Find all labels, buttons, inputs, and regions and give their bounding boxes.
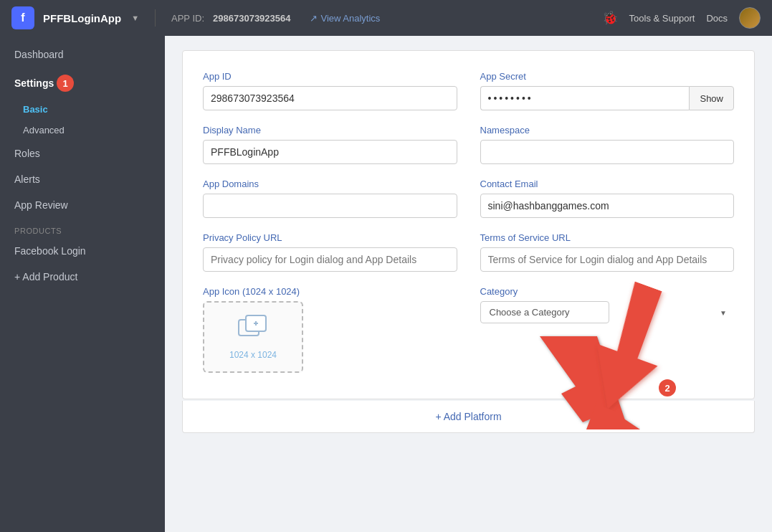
category-dropdown-wrapper: Choose a Category [480, 301, 735, 323]
app-secret-field-label: App Secret [480, 71, 735, 82]
app-secret-input[interactable] [480, 86, 690, 110]
add-product-label: + Add Product [14, 271, 77, 282]
products-section-label: PRODUCTS [0, 218, 165, 238]
settings-badge: 1 [57, 75, 74, 92]
settings-label: Settings [14, 77, 54, 89]
facebook-login-label: Facebook Login [14, 245, 86, 257]
contact-email-group: Contact Email [480, 179, 735, 218]
app-icon-upload[interactable]: 1024 x 1024 [203, 301, 303, 373]
app-icon-group: App Icon (1024 x 1024) 1024 x 1024 [203, 286, 457, 373]
dashboard-label: Dashboard [14, 49, 64, 60]
sidebar-item-facebook-login[interactable]: Facebook Login [0, 238, 165, 264]
app-domains-input[interactable] [203, 194, 457, 218]
app-secret-row: Show [480, 86, 735, 110]
avatar[interactable] [739, 7, 761, 29]
app-name: PFFBLoginApp [43, 12, 121, 24]
privacy-policy-input[interactable] [203, 247, 457, 272]
app-id-group: App ID [203, 71, 457, 110]
view-analytics-label: View Analytics [321, 13, 381, 24]
bottom-area: 2 + Add Platform [182, 401, 755, 433]
app-dropdown-icon[interactable]: ▼ [131, 14, 139, 22]
bug-icon[interactable]: 🐞 [602, 10, 618, 26]
tools-support-link[interactable]: Tools & Support [629, 13, 695, 24]
sidebar-item-app-review[interactable]: App Review [0, 192, 165, 218]
namespace-input[interactable] [480, 140, 735, 164]
contact-email-label: Contact Email [480, 179, 735, 189]
add-platform-label: + Add Platform [435, 411, 501, 422]
sidebar-item-dashboard[interactable]: Dashboard [0, 42, 165, 67]
main-layout: Dashboard Settings 1 Basic Advanced Role… [0, 36, 772, 532]
step-badge-2: 2 [659, 379, 676, 396]
roles-label: Roles [14, 148, 40, 159]
app-id-field-label: App ID [203, 71, 457, 82]
namespace-group: Namespace [480, 125, 735, 164]
app-secret-group: App Secret Show [480, 71, 735, 110]
app-domains-label: App Domains [203, 179, 457, 189]
badge-2: 2 [659, 379, 676, 396]
privacy-policy-group: Privacy Policy URL [203, 232, 457, 272]
sidebar-item-roles[interactable]: Roles [0, 141, 165, 166]
top-navigation: f PFFBLoginApp ▼ APP ID: 298673073923564… [0, 0, 772, 36]
terms-of-service-group: Terms of Service URL [480, 232, 735, 272]
privacy-policy-label: Privacy Policy URL [203, 232, 457, 243]
alerts-label: Alerts [14, 174, 40, 185]
docs-link[interactable]: Docs [706, 13, 728, 24]
form-card: App ID App Secret Show Display Name [182, 50, 755, 399]
category-label: Category [480, 286, 735, 297]
nav-right: 🐞 Tools & Support Docs [602, 7, 761, 29]
app-icon-size-label: 1024 x 1024 [229, 350, 277, 360]
content-area: App ID App Secret Show Display Name [165, 36, 772, 532]
category-select[interactable]: Choose a Category [480, 301, 609, 323]
display-name-group: Display Name [203, 125, 457, 164]
namespace-label: Namespace [480, 125, 735, 136]
view-analytics-link[interactable]: ↗ View Analytics [310, 13, 381, 24]
add-platform-button[interactable]: + Add Platform [182, 401, 755, 433]
analytics-icon: ↗ [310, 13, 318, 24]
sidebar-item-settings[interactable]: Settings 1 [0, 67, 165, 99]
sidebar-item-advanced[interactable]: Advanced [0, 120, 165, 141]
category-group: Category Choose a Category [480, 286, 735, 373]
upload-icon [237, 314, 269, 346]
form-grid: App ID App Secret Show Display Name [203, 71, 734, 373]
terms-of-service-label: Terms of Service URL [480, 232, 735, 243]
basic-label: Basic [23, 104, 48, 115]
app-icon-label: App Icon (1024 x 1024) [203, 286, 457, 297]
sidebar: Dashboard Settings 1 Basic Advanced Role… [0, 36, 165, 532]
app-logo: f [11, 6, 34, 29]
sidebar-item-basic[interactable]: Basic [0, 99, 165, 120]
sidebar-item-add-product[interactable]: + Add Product [0, 264, 165, 290]
app-domains-group: App Domains [203, 179, 457, 218]
contact-email-input[interactable] [480, 194, 735, 218]
terms-of-service-input[interactable] [480, 247, 735, 272]
advanced-label: Advanced [23, 125, 65, 136]
nav-divider [155, 9, 156, 27]
app-id-label: APP ID: [171, 13, 204, 24]
app-review-label: App Review [14, 199, 68, 211]
display-name-input[interactable] [203, 140, 457, 164]
app-id-value: 298673073923564 [213, 13, 290, 24]
app-id-input[interactable] [203, 86, 457, 110]
display-name-label: Display Name [203, 125, 457, 136]
sidebar-item-alerts[interactable]: Alerts [0, 166, 165, 192]
show-secret-button[interactable]: Show [689, 86, 734, 110]
